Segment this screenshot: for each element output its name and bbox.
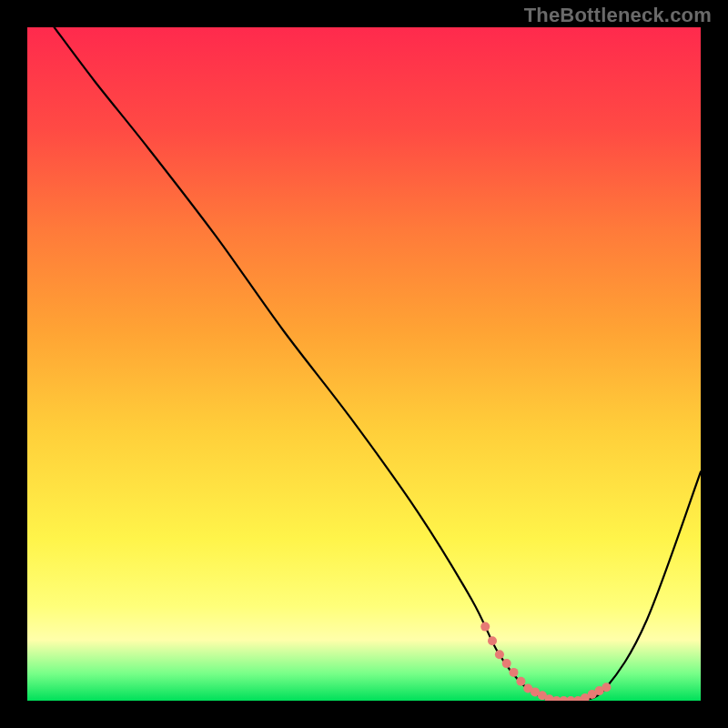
flat-region-dot [510, 668, 519, 677]
bottleneck-curve-line [55, 27, 701, 701]
flat-region-dot [602, 682, 611, 692]
flat-region-dot [502, 659, 511, 668]
flat-region-markers [480, 622, 611, 701]
chart-frame [27, 27, 701, 701]
flat-region-dot [516, 677, 525, 686]
flat-region-dot [488, 636, 497, 645]
attribution-text: TheBottleneck.com [524, 4, 712, 27]
chart-svg [27, 27, 701, 701]
flat-region-dot [495, 650, 504, 659]
flat-region-dot [480, 622, 490, 632]
